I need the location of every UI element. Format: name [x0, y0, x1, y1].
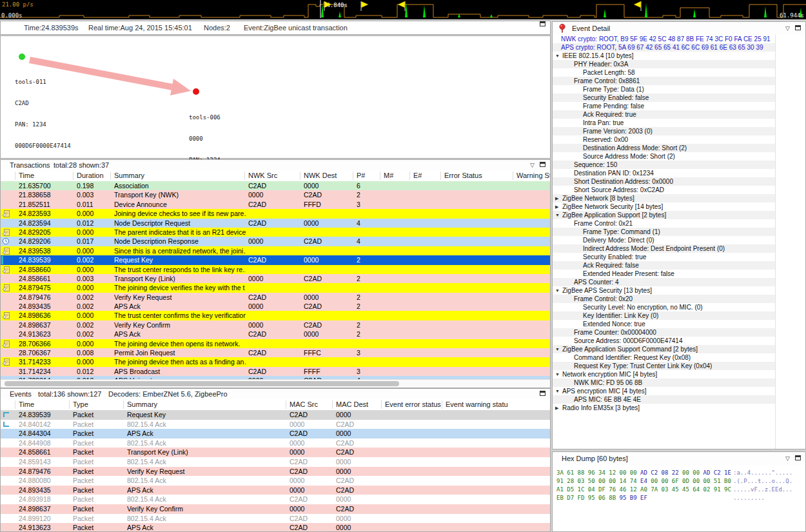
detail-row[interactable]: Ack Required: false — [553, 261, 775, 270]
node-dot-tools-011[interactable] — [19, 54, 25, 60]
panel-window-icon[interactable] — [540, 21, 546, 26]
transaction-row[interactable]: 31.7142330.000The joining device then ac… — [1, 357, 550, 366]
detail-row[interactable]: Security Enabled: true — [553, 253, 775, 261]
event-row[interactable]: 24.879476PacketVerify Key RequestC2AD000… — [1, 467, 550, 477]
transaction-row[interactable]: 24.8586600.000The trust center responds … — [1, 265, 550, 274]
detail-row[interactable]: Short Destination Address: 0x0000 — [553, 177, 775, 186]
detail-row[interactable]: APS crypto: ROOT, 5A 69 67 42 65 65 41 6… — [553, 43, 775, 52]
transaction-row[interactable]: 24.8395380.000Since this is a centralize… — [1, 246, 550, 255]
panel-window-icon[interactable] — [540, 391, 546, 396]
transaction-row[interactable]: 21.8386580.003Transport Key (NWK)0000C2A… — [1, 190, 550, 199]
column-header-error-status[interactable]: Error Status — [444, 170, 514, 181]
detail-row[interactable]: Security Enabled: false — [553, 94, 775, 102]
detail-row[interactable]: Short Source Address: 0xC2AD — [553, 186, 775, 194]
detail-row[interactable]: Extended Nonce: true — [553, 320, 775, 328]
detail-row[interactable]: Intra Pan: true — [553, 119, 775, 127]
detail-row[interactable]: Frame Counter: 0x00004000 — [553, 328, 775, 337]
column-header-p-[interactable]: P# — [357, 170, 382, 181]
event-row[interactable]: 24.840142Packet802.15.4 Ack0000C2AD — [1, 420, 550, 429]
event-row[interactable]: 24.844908Packet802.15.4 Ack0000C2AD — [1, 438, 550, 448]
chevron-down-icon[interactable]: ▽ — [530, 160, 535, 170]
bookmark-flag-icon[interactable] — [398, 1, 405, 11]
event-row[interactable]: 24.913623PacketAPS AckC2AD0000 — [1, 523, 550, 531]
detail-row[interactable]: ▼ZigBee Application Support Command [2 b… — [553, 345, 775, 353]
event-row[interactable]: 24.844304PacketAPS AckC2AD0000 — [1, 429, 550, 438]
event-row[interactable]: 24.859143Packet802.15.4 AckC2AD0000 — [1, 457, 550, 467]
transaction-row[interactable]: 21.8525110.011Device AnnounceC2ADFFFD3 — [1, 200, 550, 209]
event-row[interactable]: 24.893435PacketAPS Ack0000C2AD — [1, 486, 550, 495]
tree-collapsed-icon[interactable]: ▶ — [555, 194, 558, 202]
column-header-time[interactable]: Time — [19, 170, 74, 181]
chevron-down-icon[interactable]: ▽ — [785, 452, 790, 465]
column-header-type[interactable]: Type — [73, 399, 126, 410]
detail-row[interactable]: Sequence: 150 — [553, 161, 775, 169]
bookmark-flag-icon[interactable] — [361, 1, 368, 11]
transaction-row[interactable]: 24.8395390.002Request KeyC2AD00002 — [1, 255, 550, 264]
transaction-row[interactable]: 24.8235940.012Node Descriptor RequestC2A… — [1, 219, 550, 228]
transaction-row[interactable]: 24.8586610.003Transport Key (Link)0000C2… — [1, 274, 550, 283]
detail-row[interactable]: Frame Control: 0x20 — [553, 295, 775, 303]
transaction-row[interactable]: 24.8292060.017Node Description Response0… — [1, 237, 550, 246]
detail-row[interactable]: Frame Version: 2003 (0) — [553, 127, 775, 135]
detail-row[interactable]: Delivery Mode: Direct (0) — [553, 236, 775, 244]
tree-expanded-icon[interactable]: ▼ — [555, 211, 560, 219]
detail-row[interactable]: Frame Type: Data (1) — [553, 85, 775, 94]
transaction-row[interactable]: 24.9136230.002APS AckC2AD00002 — [1, 330, 550, 339]
event-row[interactable]: 24.839539PacketRequest KeyC2AD0000 — [1, 410, 550, 420]
scrollbar-thumb[interactable] — [5, 381, 399, 386]
horizontal-scrollbar[interactable] — [1, 379, 550, 388]
detail-row[interactable]: ▶ZigBee Network [8 bytes] — [553, 194, 775, 202]
detail-row[interactable]: PHY Header: 0x3A — [553, 60, 775, 68]
detail-row[interactable]: Source Address Mode: Short (2) — [553, 152, 775, 161]
event-row[interactable]: 24.893918Packet802.15.4 AckC2AD0000 — [1, 495, 550, 504]
column-header-time[interactable]: Time — [19, 399, 70, 410]
column-header-m-[interactable]: M# — [384, 170, 411, 181]
tree-expanded-icon[interactable]: ▼ — [555, 52, 560, 60]
column-header-event-error-status[interactable]: Event error status — [385, 399, 443, 410]
transaction-row[interactable]: 24.8235930.000Joining device checks to s… — [1, 209, 550, 218]
panel-window-icon[interactable] — [540, 162, 546, 167]
detail-row[interactable]: NWK MIC: FD 95 06 8B — [553, 379, 775, 387]
column-header-warning-status[interactable]: Warning Status — [516, 170, 550, 181]
detail-row[interactable]: Frame Type: Command (1) — [553, 228, 775, 236]
pin-icon[interactable] — [558, 23, 567, 34]
panel-window-icon[interactable] — [795, 455, 801, 460]
detail-row[interactable]: Key Identifier: Link Key (0) — [553, 311, 775, 320]
detail-row[interactable]: ▼Network encryption MIC [4 bytes] — [553, 370, 775, 379]
detail-row[interactable]: Frame Pending: false — [553, 102, 775, 110]
event-row[interactable]: 24.858661PacketTransport Key (Link)0000C… — [1, 448, 550, 457]
event-row[interactable]: 24.880080Packet802.15.4 Ack0000C2AD — [1, 476, 550, 486]
tree-expanded-icon[interactable]: ▼ — [555, 387, 560, 395]
column-header-event-warning-statu[interactable]: Event warning statu — [446, 399, 518, 410]
detail-row[interactable]: Request Key Type: Trust Center Link Key … — [553, 362, 775, 370]
detail-row[interactable]: Command Identifier: Request Key (0x08) — [553, 353, 775, 362]
bookmark-flag-icon[interactable] — [634, 1, 641, 11]
detail-row[interactable]: Destination PAN ID: 0x1234 — [553, 169, 775, 177]
network-map-panel[interactable]: tools-011 C2AD PAN: 1234 000D6F0000E4741… — [0, 35, 551, 159]
detail-row[interactable]: Frame Control: 0x21 — [553, 219, 775, 228]
timeline-strip[interactable]: 24.840s 21.00 p/s 0.000s 61.944s — [0, 0, 806, 19]
transaction-row[interactable]: 24.8292050.000The parent indicates that … — [1, 228, 550, 237]
detail-row[interactable]: Source Address: 000D6F0000E47414 — [553, 337, 775, 345]
column-header-mac-dest[interactable]: MAC Dest — [336, 399, 384, 410]
tree-collapsed-icon[interactable]: ▶ — [555, 202, 558, 211]
detail-row[interactable]: Ack Required: true — [553, 110, 775, 119]
detail-row[interactable]: ▼IEEE 802.15.4 [10 bytes] — [553, 52, 775, 60]
detail-row[interactable]: APS Counter: 4 — [553, 278, 775, 286]
transaction-row[interactable]: 28.7063660.000The joining device then op… — [1, 339, 550, 348]
chevron-down-icon[interactable]: ▽ — [785, 22, 790, 35]
column-header-summary[interactable]: Summary — [114, 170, 246, 181]
transaction-row[interactable]: 28.7063670.008Permit Join RequestC2ADFFF… — [1, 348, 550, 357]
detail-row[interactable]: Reserved: 0x00 — [553, 135, 775, 144]
transaction-row[interactable]: 24.8934350.002APS Ack0000C2AD2 — [1, 302, 550, 311]
tree-expanded-icon[interactable]: ▼ — [555, 286, 560, 295]
node-dot-tools-006[interactable] — [193, 88, 199, 95]
detail-row[interactable]: ▼APS encryption MIC [4 bytes] — [553, 387, 775, 395]
detail-row[interactable]: Packet Length: 58 — [553, 68, 775, 77]
transaction-row[interactable]: 31.7142340.012APS BroadcastC2ADFFFF3 — [1, 367, 550, 376]
tree-expanded-icon[interactable]: ▼ — [555, 370, 560, 379]
detail-row[interactable]: APS MIC: 6E 8B 4E 4E — [553, 395, 775, 404]
tree-expanded-icon[interactable]: ▼ — [555, 345, 560, 353]
detail-row[interactable]: ▼ZigBee Application Support [2 bytes] — [553, 211, 775, 219]
transaction-row[interactable]: 24.8794760.002Verify Key RequestC2AD0000… — [1, 293, 550, 302]
